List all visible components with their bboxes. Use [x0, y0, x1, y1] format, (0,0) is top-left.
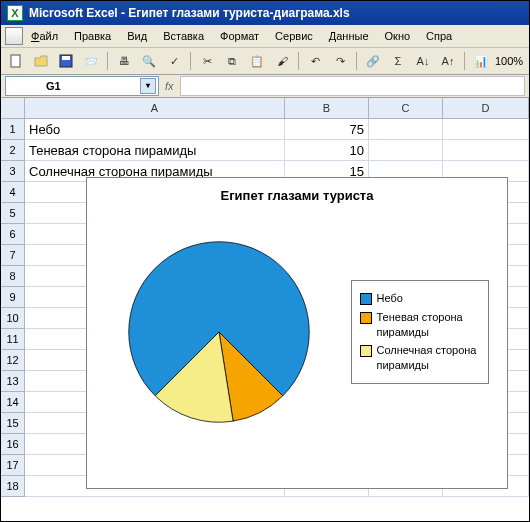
excel-icon: X: [7, 5, 23, 21]
cut-icon[interactable]: ✂: [196, 50, 218, 72]
row-header[interactable]: 9: [1, 287, 25, 308]
menu-file[interactable]: Файл: [23, 28, 66, 44]
print-preview-icon[interactable]: 🔍: [138, 50, 160, 72]
legend-label: Небо: [377, 291, 403, 306]
row-header[interactable]: 16: [1, 434, 25, 455]
toolbar: 📨 🖶 🔍 ✓ ✂ ⧉ 📋 🖌 ↶ ↷ 🔗 Σ A↓ A↑ 📊 100%: [1, 48, 529, 75]
svg-rect-0: [11, 55, 20, 67]
print-icon[interactable]: 🖶: [113, 50, 135, 72]
save-icon[interactable]: [55, 50, 77, 72]
row-header[interactable]: 13: [1, 371, 25, 392]
row-header[interactable]: 6: [1, 224, 25, 245]
legend-item: Небо: [360, 291, 480, 306]
row-header[interactable]: 4: [1, 182, 25, 203]
chevron-down-icon[interactable]: ▾: [140, 78, 156, 94]
menu-tools[interactable]: Сервис: [267, 28, 321, 44]
menu-format[interactable]: Формат: [212, 28, 267, 44]
row-header[interactable]: 3: [1, 161, 25, 182]
chart-title: Египет глазами туриста: [87, 188, 507, 203]
mail-icon[interactable]: 📨: [80, 50, 102, 72]
svg-rect-2: [62, 56, 70, 60]
formula-bar: G1 ▾ fx: [1, 75, 529, 98]
name-box[interactable]: G1 ▾: [5, 76, 159, 96]
col-header[interactable]: C: [369, 98, 443, 119]
autosum-icon[interactable]: Σ: [387, 50, 409, 72]
select-all[interactable]: [1, 98, 25, 119]
spellcheck-icon[interactable]: ✓: [163, 50, 185, 72]
document-icon: [5, 27, 23, 45]
format-painter-icon[interactable]: 🖌: [271, 50, 293, 72]
chart-icon[interactable]: 📊: [470, 50, 492, 72]
sort-desc-icon[interactable]: A↑: [437, 50, 459, 72]
titlebar: X Microsoft Excel - Египет глазами турис…: [1, 1, 529, 25]
open-icon[interactable]: [30, 50, 52, 72]
cell[interactable]: 75: [285, 119, 369, 140]
cell[interactable]: Небо: [25, 119, 285, 140]
cell[interactable]: [443, 119, 529, 140]
menu-data[interactable]: Данные: [321, 28, 377, 44]
col-header[interactable]: A: [25, 98, 285, 119]
menu-help[interactable]: Спра: [418, 28, 460, 44]
row-header[interactable]: 11: [1, 329, 25, 350]
name-box-value: G1: [46, 80, 61, 92]
menu-insert[interactable]: Вставка: [155, 28, 212, 44]
cell[interactable]: [443, 140, 529, 161]
row-header[interactable]: 1: [1, 119, 25, 140]
row-header[interactable]: 18: [1, 476, 25, 497]
col-header[interactable]: B: [285, 98, 369, 119]
row-header[interactable]: 8: [1, 266, 25, 287]
cell[interactable]: Теневая сторона пирамиды: [25, 140, 285, 161]
cell[interactable]: 10: [285, 140, 369, 161]
legend-item: Теневая сторона пирамиды: [360, 310, 480, 340]
menu-window[interactable]: Окно: [377, 28, 419, 44]
menubar: Файл Правка Вид Вставка Формат Сервис Да…: [1, 25, 529, 48]
row-header[interactable]: 7: [1, 245, 25, 266]
legend-label: Солнечная сторона пирамиды: [377, 343, 480, 373]
row-header[interactable]: 12: [1, 350, 25, 371]
cell[interactable]: [369, 140, 443, 161]
legend-label: Теневая сторона пирамиды: [377, 310, 480, 340]
row-header[interactable]: 2: [1, 140, 25, 161]
undo-icon[interactable]: ↶: [304, 50, 326, 72]
redo-icon[interactable]: ↷: [329, 50, 351, 72]
row-header[interactable]: 5: [1, 203, 25, 224]
menu-view[interactable]: Вид: [119, 28, 155, 44]
row-header[interactable]: 17: [1, 455, 25, 476]
window-title: Microsoft Excel - Египет глазами туриста…: [29, 6, 350, 20]
fx-icon[interactable]: fx: [165, 80, 174, 92]
formula-input[interactable]: [180, 76, 525, 96]
sort-asc-icon[interactable]: A↓: [412, 50, 434, 72]
pie-chart: [124, 237, 314, 427]
row-header[interactable]: 14: [1, 392, 25, 413]
chart-legend: НебоТеневая сторона пирамидыСолнечная ст…: [351, 280, 489, 384]
new-icon[interactable]: [5, 50, 27, 72]
row-header[interactable]: 10: [1, 308, 25, 329]
copy-icon[interactable]: ⧉: [221, 50, 243, 72]
row-header[interactable]: 15: [1, 413, 25, 434]
legend-item: Солнечная сторона пирамиды: [360, 343, 480, 373]
menu-edit[interactable]: Правка: [66, 28, 119, 44]
zoom-level[interactable]: 100%: [495, 55, 523, 67]
col-header[interactable]: D: [443, 98, 529, 119]
cell[interactable]: [369, 119, 443, 140]
hyperlink-icon[interactable]: 🔗: [362, 50, 384, 72]
paste-icon[interactable]: 📋: [246, 50, 268, 72]
chart-object[interactable]: Египет глазами туриста НебоТеневая сторо…: [86, 177, 508, 489]
